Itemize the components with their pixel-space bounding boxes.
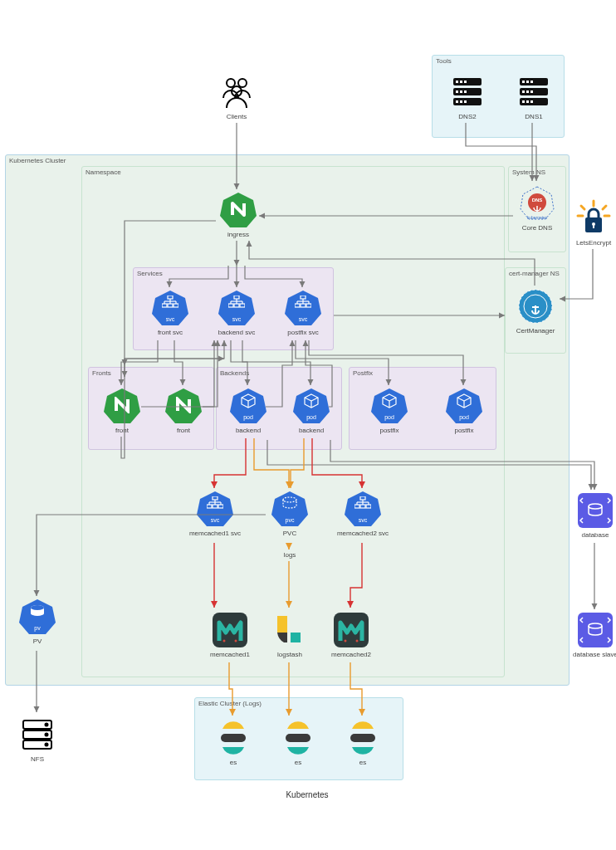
cluster-label: Kubernetes Cluster xyxy=(9,157,66,164)
hept-label: pvc xyxy=(271,517,309,523)
svg-line-81 xyxy=(248,398,255,401)
node-letsencrypt: LetsEncrypt xyxy=(570,199,616,247)
node-label: PVC xyxy=(283,530,296,537)
node-label: database xyxy=(582,531,609,539)
svg-rect-69 xyxy=(301,304,306,307)
pod-icon: pod xyxy=(229,387,267,425)
svg-rect-50 xyxy=(174,304,178,307)
cluster-label: Services xyxy=(137,270,163,277)
node-postfix2: pod postfix xyxy=(440,387,488,434)
hept-label: svc xyxy=(218,316,256,322)
svg-line-85 xyxy=(305,398,311,401)
pvc-icon: pvc xyxy=(271,490,309,528)
svg-text:kubernetes: kubernetes xyxy=(527,215,548,220)
node-dns1: DNS1 xyxy=(510,73,558,120)
node-dns2: DNS2 xyxy=(443,73,491,120)
cluster-label: Postfix xyxy=(353,369,373,377)
svg-rect-11 xyxy=(464,90,467,93)
svg-rect-21 xyxy=(522,90,525,93)
svc-icon: svc xyxy=(284,289,322,327)
node-memcached1: memcached1 xyxy=(206,611,254,658)
node-label: backend xyxy=(299,427,324,434)
node-memcached1-svc: svc memcached1 svc xyxy=(191,490,239,537)
svg-rect-7 xyxy=(460,81,462,83)
node-logstash: logstash xyxy=(266,611,314,658)
svg-line-29 xyxy=(603,206,606,209)
node-database: database xyxy=(571,491,616,539)
svg-rect-60 xyxy=(240,304,245,307)
node-nfs: NFS xyxy=(13,716,61,763)
node-memcached2: memcached2 xyxy=(327,611,375,658)
cluster-label: Fronts xyxy=(92,369,111,377)
node-label: Core DNS xyxy=(522,224,552,232)
node-clients: Clients xyxy=(213,73,261,120)
aws-db-icon xyxy=(576,491,614,530)
svg-rect-6 xyxy=(456,81,458,83)
svg-rect-68 xyxy=(295,304,300,307)
node-label: logstash xyxy=(277,651,302,658)
node-label: NFS xyxy=(31,755,44,763)
certmanager-icon xyxy=(516,287,555,325)
pod-icon: pod xyxy=(445,387,483,425)
node-ingress: ingress xyxy=(214,191,262,238)
svg-point-139 xyxy=(46,734,48,736)
svg-rect-20 xyxy=(530,81,533,83)
hept-label: svc xyxy=(151,316,189,322)
memcached-icon xyxy=(332,611,370,649)
node-label: LetsEncrypt xyxy=(576,239,611,247)
node-es1: es xyxy=(209,719,257,766)
svg-rect-128 xyxy=(277,616,287,633)
svg-rect-24 xyxy=(522,100,525,103)
svg-rect-9 xyxy=(456,90,458,93)
svg-point-132 xyxy=(356,640,359,642)
node-label: es xyxy=(359,759,366,766)
svg-rect-14 xyxy=(464,100,467,103)
node-label: backend xyxy=(236,427,261,434)
node-backend1: pod backend xyxy=(224,387,272,434)
hept-label: pod xyxy=(292,414,330,420)
nginx-icon xyxy=(219,191,257,229)
svc-icon: svc xyxy=(344,490,382,528)
cluster-label: Elastic Cluster (Logs) xyxy=(198,700,262,707)
svg-point-109 xyxy=(283,497,296,502)
diagram-title: Kubernetes xyxy=(274,790,340,799)
node-label: memcached2 xyxy=(331,651,371,658)
node-label: es xyxy=(295,759,301,766)
svg-rect-26 xyxy=(530,100,533,103)
node-logs: logs xyxy=(266,551,314,559)
node-label: memcached1 xyxy=(210,651,250,658)
hept-label: pv xyxy=(18,625,56,631)
node-memcached2-svc: svc memcached2 svc xyxy=(339,490,387,537)
svg-point-126 xyxy=(223,640,226,642)
svg-rect-114 xyxy=(366,505,371,508)
svc-icon: svc xyxy=(151,289,189,327)
elastic-icon xyxy=(214,719,252,757)
svg-rect-10 xyxy=(460,90,462,93)
svg-point-124 xyxy=(31,605,44,610)
cluster-label: Backends xyxy=(220,369,249,377)
hept-label: svc xyxy=(344,517,382,523)
letsencrypt-icon xyxy=(574,199,613,237)
svg-point-140 xyxy=(46,744,48,746)
node-label: front svc xyxy=(158,329,183,336)
svg-rect-113 xyxy=(360,505,365,508)
svg-point-0 xyxy=(227,79,235,87)
cluster-label: Namespace xyxy=(86,169,121,176)
logstash-icon xyxy=(271,611,309,649)
svg-rect-142 xyxy=(286,734,310,742)
svg-line-80 xyxy=(242,398,248,401)
svg-rect-47 xyxy=(168,296,173,299)
svg-rect-101 xyxy=(213,505,218,508)
node-label: backend svc xyxy=(218,329,255,336)
server-icon xyxy=(448,73,486,111)
svg-rect-49 xyxy=(168,304,173,307)
svg-point-131 xyxy=(345,640,347,642)
node-backend-svc: svc backend svc xyxy=(213,289,261,336)
node-label: logs xyxy=(284,551,296,559)
svg-rect-19 xyxy=(526,81,529,83)
node-backend2: pod backend xyxy=(287,387,335,434)
pod-icon: pod xyxy=(292,387,330,425)
svg-rect-8 xyxy=(464,81,467,83)
memcached-icon xyxy=(211,611,249,649)
server-icon xyxy=(515,73,553,111)
